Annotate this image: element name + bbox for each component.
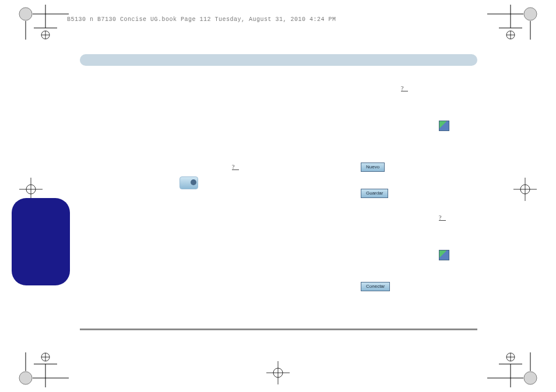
svg-point-1	[19, 8, 32, 20]
crop-mark-bl	[16, 352, 69, 387]
crop-mark-tr	[487, 5, 540, 40]
section-heading-bar	[80, 54, 477, 66]
page-header-path: B5130 n B7130 Concise UG.book Page 112 T…	[67, 16, 336, 23]
guardar-button[interactable]: Guardar	[361, 189, 388, 198]
network-profile-icon	[439, 250, 449, 260]
conectar-button[interactable]: Conectar	[361, 282, 390, 291]
footnote-mark-icon: ?	[232, 165, 239, 170]
modem-icon	[180, 176, 198, 189]
crop-mark-bc	[263, 358, 293, 387]
crop-mark-tl	[16, 5, 69, 40]
crop-mark-mr	[511, 175, 540, 204]
horizontal-rule	[80, 329, 477, 330]
footnote-mark-icon: ?	[439, 216, 446, 221]
nuevo-button[interactable]: Nuevo	[361, 163, 385, 172]
svg-point-19	[19, 372, 32, 384]
svg-point-10	[524, 8, 537, 20]
svg-point-28	[524, 372, 537, 384]
crop-mark-br	[487, 352, 540, 387]
network-profile-icon	[439, 121, 449, 131]
footnote-mark-icon: ?	[401, 86, 408, 91]
side-tab	[12, 198, 70, 285]
